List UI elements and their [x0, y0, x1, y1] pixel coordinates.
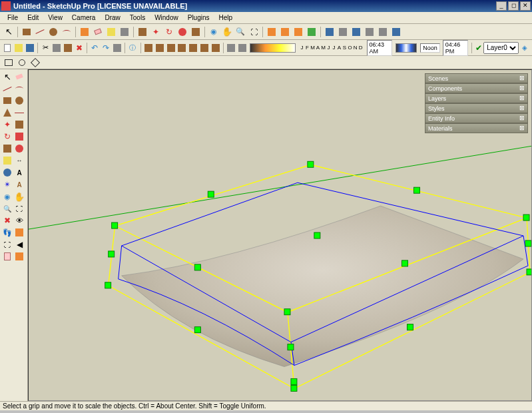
scale-icon[interactable] [190, 26, 202, 38]
shadow-time-gradient[interactable] [250, 43, 295, 53]
text-icon[interactable]: A [13, 167, 25, 179]
menu-help[interactable]: Help [214, 13, 238, 22]
offset-icon[interactable] [176, 26, 188, 38]
menu-window[interactable]: Window [150, 13, 183, 22]
tape-measure-icon[interactable] [105, 26, 117, 38]
layer-manager-icon[interactable]: ◈ [519, 42, 529, 54]
menu-edit[interactable]: Edit [23, 13, 43, 22]
polygon-icon[interactable] [1, 107, 13, 119]
send-to-layout-icon[interactable] [1, 250, 13, 262]
get-models-icon[interactable] [266, 26, 278, 38]
line-icon[interactable] [34, 26, 46, 38]
zoom-extents-icon-2[interactable]: ⛶ [1, 238, 13, 250]
tray-styles[interactable]: Styles⊠ [425, 103, 528, 113]
shadow-day-gradient[interactable] [396, 43, 417, 53]
zoom-icon-2[interactable]: 🔍 [1, 203, 13, 214]
front-view-icon[interactable] [350, 26, 362, 38]
select-icon[interactable]: ↖ [1, 71, 13, 83]
menu-tools[interactable]: Tools [125, 13, 150, 22]
cut-icon[interactable]: ✂ [41, 42, 51, 54]
pan-icon[interactable]: ✋ [221, 26, 233, 38]
sandbox-4-icon[interactable] [177, 42, 187, 54]
zoom-extents-icon[interactable]: ⛶ [248, 26, 260, 38]
maximize-button[interactable]: ◻ [508, 1, 519, 11]
tray-components[interactable]: Components⊠ [425, 83, 528, 93]
new-icon[interactable] [3, 42, 13, 54]
shadow-toggle-icon[interactable] [238, 42, 248, 54]
sandbox-2-icon[interactable] [154, 42, 164, 54]
undo-icon[interactable]: ↶ [90, 42, 100, 54]
followme-icon[interactable] [13, 131, 25, 143]
delete-icon[interactable]: ✖ [74, 42, 84, 54]
zoom-icon[interactable]: 🔍 [234, 26, 246, 38]
select-tool-icon[interactable]: ↖ [3, 26, 15, 38]
sandbox-1-icon[interactable] [144, 42, 154, 54]
close-icon[interactable]: ⊠ [518, 95, 526, 103]
scale-icon-2[interactable] [1, 143, 13, 155]
sandbox-3-icon[interactable] [166, 42, 176, 54]
tray-layers[interactable]: Layers⊠ [425, 93, 528, 103]
circle-icon[interactable] [47, 26, 59, 38]
rectangle-icon[interactable] [21, 26, 33, 38]
circle-icon-2[interactable] [13, 95, 25, 107]
rotate-icon[interactable]: ↻ [163, 26, 175, 38]
pushpull-icon[interactable] [136, 26, 148, 38]
paste-icon[interactable] [63, 42, 73, 54]
menu-file[interactable]: File [3, 13, 23, 22]
dimension-icon[interactable]: ↔ [13, 155, 25, 167]
copy-icon[interactable] [52, 42, 62, 54]
sandbox-7-icon[interactable] [210, 42, 220, 54]
redo-icon[interactable]: ↷ [101, 42, 111, 54]
extension-icon[interactable] [292, 26, 304, 38]
offset-icon-2[interactable] [13, 143, 25, 155]
sandbox-5-icon[interactable] [188, 42, 198, 54]
sandbox-6-icon[interactable] [199, 42, 209, 54]
iso-view-icon[interactable] [324, 26, 336, 38]
print-icon[interactable] [112, 42, 122, 54]
toggle-terrain-icon[interactable] [226, 42, 236, 54]
open-icon[interactable] [14, 42, 24, 54]
section-plane-icon[interactable] [13, 226, 25, 238]
close-button[interactable]: ✕ [520, 1, 531, 11]
paint-bucket-icon[interactable] [119, 26, 131, 38]
arc-icon[interactable] [61, 26, 73, 38]
menu-camera[interactable]: Camera [67, 13, 101, 22]
layer-visible-icon[interactable]: ✔ [475, 43, 482, 53]
eraser-icon-2[interactable] [13, 71, 25, 83]
menu-draw[interactable]: Draw [100, 13, 125, 22]
shape-circle-icon[interactable] [16, 57, 28, 69]
arc-icon-2[interactable] [13, 83, 25, 95]
3dtext-icon[interactable]: A [13, 179, 25, 191]
close-icon[interactable]: ⊠ [518, 115, 526, 123]
top-view-icon[interactable] [337, 26, 349, 38]
save-icon[interactable] [25, 42, 35, 54]
position-camera-icon[interactable]: ✖ [1, 214, 13, 226]
back-view-icon[interactable] [377, 26, 389, 38]
rotate-icon-2[interactable]: ↻ [1, 131, 13, 143]
close-icon[interactable]: ⊠ [518, 85, 526, 93]
previous-view-icon[interactable]: ◀ [13, 238, 25, 250]
make-component-icon[interactable] [79, 26, 91, 38]
layer-dropdown[interactable]: Layer0 [483, 42, 519, 54]
tray-materials[interactable]: Materials⊠ [425, 123, 528, 133]
protractor-icon[interactable] [1, 167, 13, 179]
rectangle-icon-2[interactable] [1, 95, 13, 107]
pan-icon-2[interactable]: ✋ [13, 191, 25, 203]
tape-icon-2[interactable] [1, 155, 13, 167]
freehand-icon[interactable] [13, 107, 25, 119]
menu-view[interactable]: View [43, 13, 67, 22]
close-icon[interactable]: ⊠ [518, 105, 526, 113]
zoom-window-icon[interactable]: ⛶ [13, 203, 25, 214]
move-icon[interactable]: ✦ [150, 26, 162, 38]
look-around-icon[interactable]: 👁 [13, 214, 25, 226]
model-info-icon[interactable]: ⓘ [128, 42, 138, 54]
orbit-icon-2[interactable]: ◉ [1, 191, 13, 203]
close-icon[interactable]: ⊠ [518, 75, 526, 83]
minimize-button[interactable]: _ [496, 1, 507, 11]
eraser-icon[interactable] [92, 26, 104, 38]
tray-scenes[interactable]: Scenes⊠ [425, 73, 528, 83]
shape-poly-icon[interactable] [29, 57, 41, 69]
close-icon[interactable]: ⊠ [518, 125, 526, 133]
viewport[interactable]: Scenes⊠ Components⊠ Layers⊠ Styles⊠ Enti… [28, 69, 532, 401]
pushpull-icon-2[interactable] [13, 119, 25, 131]
